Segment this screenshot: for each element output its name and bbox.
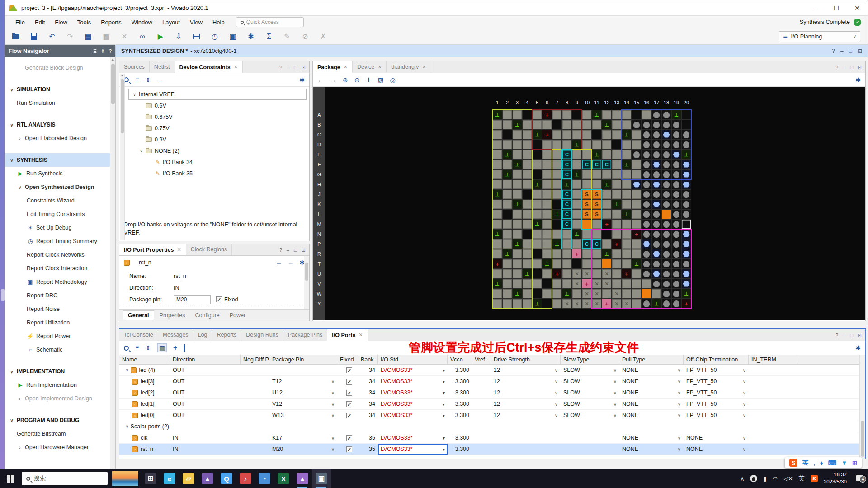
package-pin-cell[interactable] <box>671 120 681 130</box>
menu-edit[interactable]: Edit <box>30 17 50 28</box>
flow-item-run-simulation[interactable]: Run Simulation <box>5 96 110 110</box>
flow-item-report-utilization[interactable]: Report Utilization <box>5 316 110 329</box>
taskbar-search[interactable]: 搜索 <box>22 472 108 485</box>
flow-section-rtl-analysis[interactable]: ∨RTL ANALYSIS <box>5 118 110 131</box>
package-pin-cell[interactable]: ✕ <box>602 279 612 289</box>
table-row[interactable]: ‹led[2]OUTU12∨34LVCMOS33*▾3.30012∨SLOW∨N… <box>119 387 859 399</box>
package-pin-cell[interactable]: ⊥ <box>492 189 502 199</box>
package-pin-cell[interactable]: C <box>582 160 592 169</box>
package-pin-cell[interactable]: S <box>582 189 592 199</box>
package-pin-cell[interactable] <box>562 249 572 259</box>
package-pin-cell[interactable]: ⊥ <box>562 179 572 189</box>
package-pin-cell[interactable] <box>681 249 691 259</box>
flow-item-report-clock-networks[interactable]: Report Clock Networks <box>5 248 110 262</box>
chevron-down-icon[interactable]: ∨ <box>613 390 617 395</box>
package-pin-cell[interactable] <box>552 140 562 150</box>
package-pin-cell[interactable] <box>582 120 592 130</box>
package-pin-cell[interactable] <box>612 160 622 169</box>
package-pin-cell[interactable] <box>602 110 612 120</box>
package-pin-cell[interactable] <box>562 269 572 279</box>
package-pin-cell[interactable] <box>522 110 532 120</box>
package-pin-cell[interactable] <box>632 239 642 249</box>
flow-item-set-up-debug[interactable]: ✶Set Up Debug <box>5 221 110 235</box>
chevron-down-icon[interactable]: ▾ <box>443 402 445 407</box>
fixed-checkbox[interactable] <box>346 379 352 385</box>
package-pin-cell[interactable] <box>632 209 642 219</box>
package-pin-cell[interactable] <box>512 169 522 179</box>
package-pin-cell[interactable] <box>512 189 522 199</box>
package-pin-cell[interactable] <box>542 120 552 130</box>
skin-icon[interactable]: ▼ <box>841 460 847 466</box>
package-pin-cell[interactable] <box>661 179 671 189</box>
package-pin-cell[interactable] <box>632 169 642 179</box>
package-pin-cell[interactable]: ⊥ <box>502 169 512 179</box>
package-pin-cell[interactable]: + <box>572 249 582 259</box>
fixed-checkbox[interactable] <box>216 296 222 302</box>
undo-icon[interactable]: ↶ <box>47 32 57 41</box>
menu-layout[interactable]: Layout <box>157 17 185 28</box>
package-pin-cell[interactable]: ✕ <box>562 299 572 309</box>
chevron-down-icon[interactable]: ∨ <box>555 413 558 418</box>
package-pin-cell[interactable] <box>632 120 642 130</box>
package-pin-cell[interactable] <box>681 160 691 169</box>
package-pin-cell[interactable] <box>502 229 512 239</box>
package-pin-cell[interactable] <box>502 219 512 229</box>
package-pin-cell[interactable] <box>632 140 642 150</box>
package-pin-cell[interactable] <box>622 189 632 199</box>
package-pin-cell[interactable]: ⊥ <box>612 199 622 209</box>
package-pin-cell[interactable] <box>562 279 572 289</box>
package-pin-cell[interactable]: ⊥ <box>532 130 542 140</box>
package-pin-cell[interactable] <box>512 209 522 219</box>
package-pin-cell[interactable] <box>572 179 582 189</box>
package-pin-cell[interactable] <box>552 249 562 259</box>
package-pin-cell[interactable] <box>612 110 622 120</box>
package-pin-cell[interactable] <box>642 229 651 239</box>
package-pin-cell[interactable] <box>592 259 602 269</box>
package-pin-cell[interactable] <box>671 179 681 189</box>
package-pin-cell[interactable]: ⊥ <box>512 289 522 299</box>
package-pin-cell[interactable] <box>502 199 512 209</box>
package-pin-cell[interactable] <box>582 179 592 189</box>
menu-tools[interactable]: Tools <box>72 17 96 28</box>
fixed-checkbox[interactable] <box>346 367 352 373</box>
package-pin-cell[interactable] <box>572 120 582 130</box>
package-pin-cell[interactable] <box>642 239 651 249</box>
package-pin-cell[interactable] <box>642 179 651 189</box>
package-pin-cell[interactable] <box>651 209 661 219</box>
flow-nav-header-icon-0[interactable]: Ξ <box>94 48 97 54</box>
package-pin-cell[interactable] <box>632 189 642 199</box>
package-pin-cell[interactable] <box>671 219 681 229</box>
package-pin-cell[interactable]: ⊥ <box>602 179 612 189</box>
package-pin-cell[interactable] <box>532 229 542 239</box>
music-app-taskbar-icon[interactable]: ♪ <box>236 469 255 488</box>
package-pin-cell[interactable] <box>602 150 612 160</box>
package-pin-cell[interactable] <box>592 219 602 229</box>
package-pin-cell[interactable]: ✕ <box>612 289 622 299</box>
chevron-down-icon[interactable]: ∨ <box>743 379 746 384</box>
package-pin-cell[interactable] <box>651 130 661 140</box>
close-icon[interactable]: ✕ <box>377 64 382 70</box>
package-pin-input[interactable]: M20 <box>174 295 211 304</box>
package-pin-cell[interactable] <box>632 130 642 140</box>
bottom-tab-reports[interactable]: Reports <box>212 329 241 341</box>
package-pin-cell[interactable] <box>661 189 671 199</box>
package-pin-cell[interactable] <box>492 249 502 259</box>
chevron-down-icon[interactable]: ▾ <box>443 447 445 452</box>
package-pin-cell[interactable] <box>651 229 661 239</box>
menu-help[interactable]: Help <box>208 17 230 28</box>
package-pin-cell[interactable] <box>651 160 661 169</box>
package-pin-cell[interactable] <box>582 229 592 239</box>
chevron-down-icon[interactable]: ∨ <box>331 390 335 395</box>
flow-item-run-synthesis[interactable]: ▶Run Synthesis <box>5 167 110 180</box>
help-icon[interactable]: ? <box>279 65 282 70</box>
package-pin-cell[interactable]: ✕ <box>582 299 592 309</box>
package-pin-cell[interactable]: S <box>592 199 602 209</box>
package-pin-cell[interactable] <box>622 249 632 259</box>
taskbar-clock[interactable]: 16:37 2023/5/30 <box>824 471 847 485</box>
maximize-button[interactable]: ☐ <box>826 0 847 15</box>
package-pin-cell[interactable] <box>642 299 651 309</box>
close-icon[interactable]: ✕ <box>344 64 348 70</box>
elaborate-icon[interactable] <box>192 32 201 41</box>
minimize-icon[interactable]: – <box>843 333 845 338</box>
column-header[interactable]: I/O Std <box>378 355 448 364</box>
